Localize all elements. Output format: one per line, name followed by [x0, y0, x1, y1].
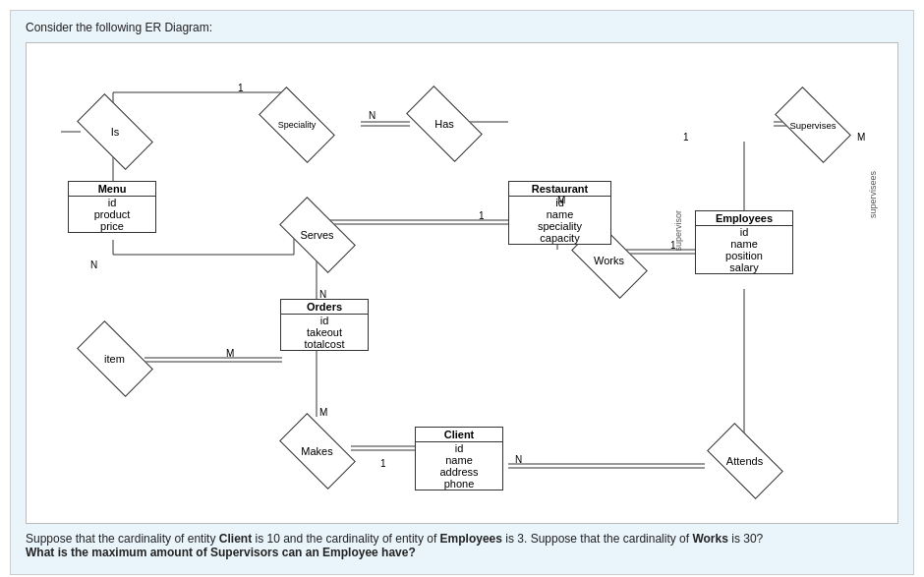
- q1-text3: is 3. Suppose that the cardinality of: [502, 532, 692, 546]
- card-n-serves-orders: N: [319, 289, 326, 300]
- supervises-diamond: Supervises: [774, 97, 852, 151]
- serves-diamond: Serves: [280, 210, 354, 260]
- client-name: Client: [416, 428, 502, 442]
- card-n-menu-serves: N: [90, 260, 97, 270]
- q2-text: What is the maximum amount of Supervisor…: [26, 546, 416, 559]
- intro-text: Consider the following ER Diagram:: [26, 21, 898, 34]
- card-n-client-attends: N: [515, 454, 522, 465]
- card-n-speciality-has: N: [369, 110, 375, 121]
- q1-text2: is 10 and the cardinality of entity of: [252, 532, 439, 546]
- question-line-2: What is the maximum amount of Supervisor…: [26, 546, 898, 559]
- question-area: Suppose that the cardinality of entity C…: [26, 532, 898, 559]
- employees-name: Employees: [696, 211, 792, 226]
- supervisees-label: supervisees: [868, 171, 878, 218]
- card-m-item-orders: M: [226, 348, 234, 359]
- diagram-area: Is Speciality Has Supervises Serves Work…: [26, 42, 898, 524]
- page-container: Consider the following ER Diagram:: [10, 10, 914, 575]
- menu-price: price: [69, 220, 155, 232]
- employees-entity: Employees id name position salary: [695, 210, 793, 274]
- is-diamond: Is: [81, 104, 149, 158]
- q1-text4: is 30?: [728, 532, 763, 546]
- makes-diamond: Makes: [280, 427, 354, 476]
- client-entity: Client id name address phone: [415, 427, 503, 490]
- menu-entity: Menu id product price: [68, 181, 156, 233]
- card-1-serves-restaurant: 1: [479, 210, 485, 221]
- has-diamond: Has: [410, 102, 479, 145]
- menu-name: Menu: [69, 182, 155, 197]
- orders-name: Orders: [281, 300, 368, 315]
- item-diamond: item: [78, 334, 151, 383]
- menu-product: product: [69, 208, 155, 220]
- attends-diamond: Attends: [708, 436, 781, 486]
- restaurant-entity: Restaurant id name speciality capacity: [508, 181, 611, 245]
- menu-id: id: [69, 197, 155, 208]
- q1-works: Works: [692, 532, 727, 546]
- supervisor-label: supervisor: [673, 210, 683, 252]
- card-1-is-speciality: 1: [238, 83, 244, 93]
- orders-entity: Orders id takeout totalcost: [280, 299, 369, 351]
- question-line-1: Suppose that the cardinality of entity C…: [26, 532, 898, 546]
- speciality-diamond: Speciality: [258, 97, 336, 151]
- q1-employees: Employees: [440, 532, 502, 546]
- card-m-orders-makes: M: [319, 407, 327, 418]
- q1-text: Suppose that the cardinality of entity: [26, 532, 219, 546]
- card-m-restaurant-works: M: [557, 195, 565, 205]
- card-1-makes-client: 1: [380, 458, 386, 469]
- card-1-supervises: 1: [683, 132, 689, 143]
- q1-client: Client: [219, 532, 252, 546]
- card-m-supervises: M: [857, 132, 865, 143]
